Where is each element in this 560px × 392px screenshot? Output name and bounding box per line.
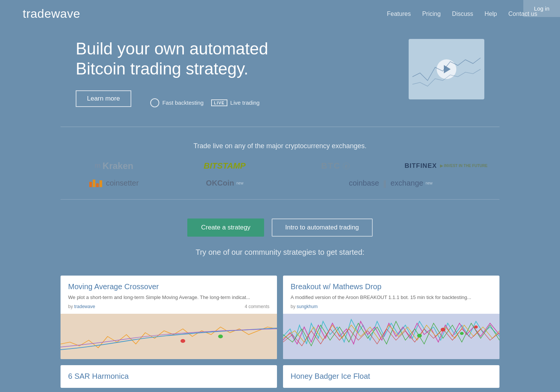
fast-backtesting-badge: Fast backtesting bbox=[150, 98, 204, 107]
coinsetter-logo: coinsetter bbox=[89, 179, 139, 187]
card-2-title: Breakout w/ Mathews Drop bbox=[291, 282, 492, 291]
card-2-chart bbox=[283, 314, 499, 359]
coinsetter-bars-icon bbox=[89, 180, 102, 187]
svg-point-2 bbox=[417, 334, 422, 338]
feature-badges: Fast backtesting LIVE Live trading bbox=[150, 98, 260, 107]
kraken-logo: m Kraken bbox=[95, 161, 133, 171]
cta-section: Create a strategy Intro to automated tra… bbox=[0, 211, 560, 276]
card-1-desc: We plot a short-term and long-term Simpl… bbox=[68, 294, 269, 301]
bottom-card-2-title: Honey Badger Ice Float bbox=[291, 372, 492, 381]
card-2-desc: A modified version of the Aroon BREAKOUT… bbox=[291, 294, 492, 301]
coinbase-new-badge: new bbox=[426, 181, 432, 185]
community-title: Try one of our community strategies to g… bbox=[0, 248, 560, 257]
nav-help[interactable]: Help bbox=[485, 11, 497, 17]
card-1-chart bbox=[61, 314, 277, 359]
bottom-card-1-title: 6 SAR Harmonica bbox=[68, 372, 269, 381]
card-2-meta: by sungkhum bbox=[291, 304, 492, 309]
hero-video[interactable] bbox=[409, 39, 484, 99]
card-1-header: Moving Average Crossover We plot a short… bbox=[61, 276, 277, 314]
svg-point-3 bbox=[441, 328, 445, 332]
card-1-title: Moving Average Crossover bbox=[68, 282, 269, 291]
divider-1 bbox=[61, 127, 499, 127]
strategy-card-1[interactable]: Moving Average Crossover We plot a short… bbox=[61, 276, 277, 359]
fast-backtesting-label: Fast backtesting bbox=[162, 99, 204, 106]
bitstamp-logo: BITSTAMP bbox=[204, 161, 246, 171]
divider-2 bbox=[61, 199, 499, 200]
live-badge-label: LIVE bbox=[211, 99, 227, 106]
exchanges-grid: m Kraken BITSTAMP BTC e BITFINEX ▶ INVES… bbox=[61, 161, 499, 188]
live-trading-badge: LIVE Live trading bbox=[211, 99, 260, 106]
exchanges-title: Trade live on any of the major cryptocur… bbox=[61, 142, 499, 150]
kraken-icon: m bbox=[95, 162, 100, 170]
okcoin-logo: OKCoin new bbox=[206, 179, 243, 187]
card-2-author: sungkhum bbox=[297, 304, 317, 309]
nav-discuss[interactable]: Discuss bbox=[452, 11, 473, 17]
bottom-card-2[interactable]: Honey Badger Ice Float bbox=[283, 365, 499, 388]
card-2-by: by sungkhum bbox=[291, 304, 317, 309]
nav-features[interactable]: Features bbox=[387, 11, 411, 17]
intro-trading-button[interactable]: Intro to automated trading bbox=[272, 218, 373, 237]
cta-buttons: Create a strategy Intro to automated tra… bbox=[0, 218, 560, 237]
card-1-author: tradewave bbox=[74, 304, 95, 309]
okcoin-new-badge: new bbox=[236, 181, 243, 185]
nav: Features Pricing Discuss Help Contact us bbox=[387, 11, 537, 17]
svg-point-5 bbox=[474, 325, 478, 328]
strategy-card-2[interactable]: Breakout w/ Mathews Drop A modified vers… bbox=[283, 276, 499, 359]
card-1-by: by tradewave bbox=[68, 304, 95, 309]
svg-point-1 bbox=[180, 339, 185, 343]
bottom-cards: 6 SAR Harmonica Honey Badger Ice Float bbox=[61, 365, 499, 388]
btce-logo: BTC e bbox=[321, 161, 350, 171]
header: tradewave Features Pricing Discuss Help … bbox=[0, 0, 560, 28]
learn-more-button[interactable]: Learn more bbox=[76, 90, 131, 107]
card-1-comments: 4 comments bbox=[245, 304, 269, 309]
nav-pricing[interactable]: Pricing bbox=[422, 11, 441, 17]
login-button[interactable]: Log in bbox=[523, 0, 560, 17]
svg-point-4 bbox=[460, 332, 464, 335]
svg-point-0 bbox=[218, 335, 223, 338]
card-2-header: Breakout w/ Mathews Drop A modified vers… bbox=[283, 276, 499, 314]
strategy-cards-grid: Moving Average Crossover We plot a short… bbox=[61, 276, 499, 359]
bitfinex-logo: BITFINEX ▶ INVEST IN THE FUTURE bbox=[404, 162, 487, 170]
exchanges-section: Trade live on any of the major cryptocur… bbox=[0, 131, 560, 199]
play-icon bbox=[150, 98, 159, 107]
hero-section: Build your own automatedBitcoin trading … bbox=[0, 28, 560, 123]
bottom-card-1[interactable]: 6 SAR Harmonica bbox=[61, 365, 277, 388]
create-strategy-button[interactable]: Create a strategy bbox=[187, 218, 264, 237]
logo: tradewave bbox=[23, 7, 80, 21]
hero-title: Build your own automatedBitcoin trading … bbox=[76, 39, 303, 79]
live-trading-label: Live trading bbox=[230, 99, 260, 106]
card-1-meta: by tradewave 4 comments bbox=[68, 304, 269, 309]
coinbase-logo: coinbase ‖ exchange new bbox=[349, 179, 432, 188]
hero-left: Build your own automatedBitcoin trading … bbox=[76, 39, 303, 112]
